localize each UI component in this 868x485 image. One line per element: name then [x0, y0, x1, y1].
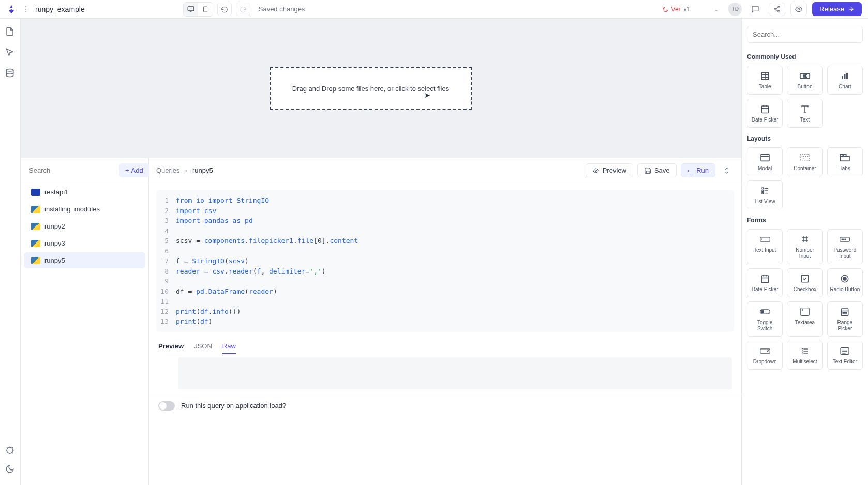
- app-name: runpy_example: [35, 5, 85, 13]
- rest-icon: [31, 189, 40, 196]
- eye-icon: [592, 168, 600, 174]
- range-icon: [839, 307, 850, 316]
- expand-button[interactable]: [720, 163, 734, 177]
- password-icon: [839, 235, 850, 244]
- git-icon: [662, 6, 668, 12]
- line-number: 8: [156, 266, 176, 277]
- component-card-radio-button[interactable]: Radio Button: [827, 268, 863, 297]
- query-item-label: restapi1: [44, 188, 68, 196]
- theme-icon[interactable]: [5, 464, 16, 475]
- python-icon: [31, 223, 40, 230]
- dropdown-icon: [759, 346, 771, 356]
- debug-icon[interactable]: [5, 446, 16, 456]
- text-icon: [799, 104, 811, 114]
- component-card-container[interactable]: Container: [787, 147, 822, 176]
- component-card-modal[interactable]: Modal: [747, 147, 783, 176]
- component-card-button[interactable]: OKButton: [787, 66, 822, 95]
- breadcrumb-root[interactable]: Queries: [156, 166, 180, 174]
- add-query-button[interactable]: + Add: [119, 163, 149, 177]
- rail-bottom: [5, 446, 16, 475]
- component-card-table[interactable]: Table: [747, 66, 783, 95]
- component-card-toggle-switch[interactable]: Toggle Switch: [747, 301, 783, 337]
- desktop-view-button[interactable]: [184, 3, 198, 16]
- preview-mode-button[interactable]: [790, 3, 807, 16]
- svg-line-10: [776, 7, 778, 8]
- component-card-range-picker[interactable]: Range Picker: [827, 301, 863, 337]
- component-card-password-input[interactable]: Password Input: [827, 229, 863, 264]
- svg-point-64: [843, 277, 846, 280]
- svg-rect-43: [840, 156, 849, 161]
- query-item-runpy2[interactable]: runpy2: [24, 218, 145, 234]
- component-card-chart[interactable]: Chart: [827, 66, 863, 95]
- code-line: 11: [156, 296, 734, 307]
- run-button[interactable]: ›_Run: [681, 163, 715, 177]
- release-button[interactable]: Release: [812, 2, 862, 16]
- component-card-checkbox[interactable]: Checkbox: [787, 268, 822, 297]
- component-card-text-input[interactable]: Text Input: [747, 229, 783, 264]
- avatar[interactable]: TD: [728, 3, 742, 16]
- component-label: Button: [798, 84, 813, 90]
- share-button[interactable]: [769, 3, 785, 16]
- svg-point-15: [7, 447, 13, 453]
- file-dropzone[interactable]: Drag and Drop some files here, or click …: [270, 67, 472, 110]
- svg-point-39: [805, 156, 806, 157]
- component-card-dropdown[interactable]: Dropdown: [747, 341, 783, 370]
- code-line: 10df = pd.DataFrame(reader): [156, 286, 734, 297]
- component-card-text[interactable]: Text: [787, 99, 822, 128]
- line-number: 12: [156, 307, 176, 317]
- svg-point-8: [774, 8, 776, 10]
- redo-button[interactable]: [236, 3, 250, 16]
- line-number: 11: [156, 296, 176, 307]
- component-card-text-editor[interactable]: Text Editor: [827, 341, 863, 370]
- svg-rect-48: [762, 190, 764, 192]
- more-menu-icon[interactable]: ⋮: [22, 4, 30, 14]
- query-item-runpy5[interactable]: runpy5: [24, 252, 145, 268]
- component-card-list-view[interactable]: List View: [747, 180, 783, 209]
- section-title: Layouts: [747, 135, 863, 142]
- query-item-runpy3[interactable]: runpy3: [24, 235, 145, 251]
- query-item-restapi1[interactable]: restapi1: [24, 184, 145, 200]
- chevron-right-icon: ›: [185, 166, 187, 174]
- save-button[interactable]: Save: [637, 163, 677, 177]
- component-label: Range Picker: [830, 320, 860, 332]
- run-on-load-toggle[interactable]: [158, 401, 175, 411]
- component-card-date-picker[interactable]: Date Picker: [747, 99, 783, 128]
- logo-icon[interactable]: [6, 4, 17, 14]
- canvas-area[interactable]: Drag and Drop some files here, or click …: [21, 19, 741, 158]
- svg-rect-28: [761, 106, 769, 113]
- inspect-icon[interactable]: [5, 48, 16, 58]
- component-label: Text: [800, 117, 810, 123]
- database-icon[interactable]: [5, 68, 16, 79]
- preview-button[interactable]: Preview: [586, 163, 633, 177]
- output-tab-json[interactable]: JSON: [194, 339, 212, 354]
- component-card-multiselect[interactable]: Multiselect: [787, 341, 822, 370]
- arrow-right-icon: [847, 6, 855, 13]
- svg-rect-25: [842, 76, 843, 79]
- mobile-view-button[interactable]: [198, 3, 213, 16]
- svg-point-41: [802, 158, 802, 158]
- pages-icon[interactable]: [5, 27, 16, 37]
- component-card-date-picker[interactable]: Date Picker: [747, 268, 783, 297]
- components-search-input[interactable]: [747, 26, 863, 43]
- version-selector[interactable]: Ver v1 ⌄: [658, 4, 724, 15]
- component-card-tabs[interactable]: Tabs: [827, 147, 863, 176]
- queries-search-input[interactable]: [29, 166, 116, 174]
- svg-point-6: [666, 10, 667, 11]
- undo-button[interactable]: [217, 3, 232, 16]
- line-number: 6: [156, 246, 176, 256]
- svg-point-56: [844, 239, 845, 240]
- line-content: [176, 276, 734, 286]
- comments-button[interactable]: [747, 3, 764, 16]
- queries-sidebar: + Add restapi1installing_modulesrunpy2ru…: [21, 158, 149, 485]
- component-card-number-input[interactable]: Number Input: [787, 229, 822, 264]
- section-title: Commonly Used: [747, 53, 863, 60]
- code-editor[interactable]: 1from io import StringIO2import csv3impo…: [156, 190, 734, 332]
- code-line: 7f = StringIO(scsv): [156, 256, 734, 266]
- svg-rect-26: [844, 74, 846, 79]
- output-tab-raw[interactable]: Raw: [222, 339, 236, 354]
- query-item-label: runpy5: [44, 256, 65, 264]
- component-card-textarea[interactable]: Textarea: [787, 301, 822, 337]
- output-tab-preview[interactable]: Preview: [158, 339, 184, 354]
- query-item-installing_modules[interactable]: installing_modules: [24, 201, 145, 217]
- svg-rect-3: [203, 7, 207, 12]
